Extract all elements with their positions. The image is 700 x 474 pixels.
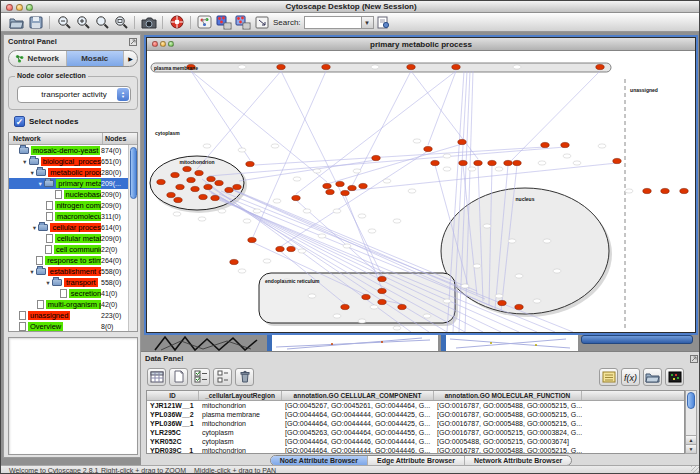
graph-node[interactable]: [362, 294, 370, 299]
graph-node[interactable]: [187, 177, 195, 182]
tab-network[interactable]: Network: [9, 51, 67, 66]
graph-edge[interactable]: [296, 71, 456, 194]
table-row[interactable]: YDR039C__1mitochondrion[GO:0044464, GO:0…: [147, 446, 684, 454]
graph-node[interactable]: [204, 184, 212, 189]
graph-node[interactable]: [225, 187, 233, 192]
tree-expander-icon[interactable]: ▼: [28, 170, 36, 176]
table-row[interactable]: YKR052Ccytoplasm[GO:0044464, GO:0044446,…: [147, 437, 684, 446]
graph-node[interactable]: [513, 160, 521, 165]
graph-node[interactable]: [488, 160, 496, 165]
graph-node[interactable]: [215, 180, 223, 185]
zoom-selected-icon[interactable]: [93, 14, 110, 30]
tree-expander-icon[interactable]: ▼: [30, 225, 38, 231]
graph-node[interactable]: [341, 190, 349, 195]
background-window-1[interactable]: [267, 334, 438, 351]
graph-node[interactable]: [431, 160, 439, 165]
graph-node[interactable]: [541, 142, 549, 147]
tree-scroll-thumb[interactable]: [130, 147, 137, 199]
graph-node[interactable]: [276, 246, 284, 251]
node-annotation-icon[interactable]: [215, 14, 232, 30]
col-go-cellular-component[interactable]: annotation.GO CELLULAR_COMPONENT: [282, 391, 434, 400]
graph-node[interactable]: [561, 142, 569, 147]
graph-node[interactable]: [341, 304, 349, 309]
background-window-2[interactable]: [441, 334, 578, 351]
graph-node[interactable]: [292, 195, 300, 200]
graph-node[interactable]: [322, 64, 330, 69]
tree-row-biological-process[interactable]: ▼biological_process651(0): [9, 156, 137, 167]
graph-node[interactable]: [211, 195, 219, 200]
tree-col-network[interactable]: Network: [9, 133, 103, 144]
graph-node[interactable]: [452, 64, 460, 69]
tree-row-nucleobase-[interactable]: nucleobase-209(0): [9, 189, 137, 200]
attribute-grid-icon[interactable]: [147, 368, 166, 386]
tab-edge-attribute-browser[interactable]: Edge Attribute Browser: [368, 456, 465, 465]
graph-node[interactable]: [498, 300, 506, 305]
graph-node[interactable]: [248, 237, 256, 242]
graph-node[interactable]: [359, 183, 367, 188]
graph-node[interactable]: [246, 161, 254, 166]
graph-edge[interactable]: [280, 151, 428, 247]
graph-node[interactable]: [233, 184, 241, 189]
tree-row-transport[interactable]: ▼transport558(0): [9, 277, 137, 288]
edge-annotation-icon[interactable]: [234, 14, 251, 30]
open-folder-icon[interactable]: [8, 14, 25, 30]
birds-eye-view[interactable]: [8, 337, 138, 455]
select-nodes-checkbox[interactable]: ✓: [14, 116, 25, 127]
tree-row-cellular-metabo[interactable]: cellular metabo209(0): [9, 233, 137, 244]
scroll-up-arrow[interactable]: ▲: [686, 435, 696, 444]
snapshot-icon[interactable]: [140, 14, 157, 30]
graph-node[interactable]: [183, 166, 191, 171]
graph-node[interactable]: [458, 139, 466, 144]
graph-node[interactable]: [336, 181, 344, 186]
tab-mosaic[interactable]: Mosaic: [67, 51, 125, 66]
attribute-list-icon[interactable]: [599, 368, 618, 386]
tree-row-multi-organism-pro[interactable]: multi-organism pro42(0): [9, 299, 137, 310]
graph-node[interactable]: [167, 192, 175, 197]
float-panel-icon[interactable]: [129, 37, 137, 50]
col-id[interactable]: ID: [147, 391, 199, 400]
tree-expander-icon[interactable]: ▼: [21, 159, 29, 165]
graph-node[interactable]: [157, 179, 165, 184]
table-row[interactable]: YPL036W__1mitochondrion[GO:0044464, GO:0…: [147, 419, 684, 428]
graph-node[interactable]: [326, 189, 334, 194]
graph-node[interactable]: [174, 197, 182, 202]
graph-node[interactable]: [277, 64, 285, 69]
graph-node[interactable]: [515, 304, 523, 309]
unselect-attributes-icon[interactable]: [213, 368, 232, 386]
col-cellular-layout-region[interactable]: _cellularLayoutRegion: [199, 391, 282, 400]
help-lifering-icon[interactable]: [168, 14, 185, 30]
network-canvas[interactable]: plasma membrane cytoplasm mitochondrion …: [147, 51, 695, 332]
tab-overflow-arrow[interactable]: ▶: [124, 51, 137, 66]
graph-node[interactable]: [199, 194, 207, 199]
col-go-molecular-function[interactable]: annotation.GO MOLECULAR_FUNCTION: [434, 391, 582, 400]
table-scrollbar[interactable]: ▲ ▼: [685, 390, 697, 454]
tree-row-nitrogen-compo[interactable]: nitrogen compo209(0): [9, 200, 137, 211]
graph-edge[interactable]: [327, 144, 462, 184]
graph-node[interactable]: [287, 246, 295, 251]
graph-node[interactable]: [661, 188, 669, 193]
graph-edge[interactable]: [253, 71, 326, 237]
tree-expander-icon[interactable]: ▼: [28, 269, 36, 275]
graph-node[interactable]: [398, 304, 406, 309]
tree-row-unassigned[interactable]: unassigned223(0): [9, 310, 137, 321]
tree-row-cell-communicat[interactable]: cell communicat22(0): [9, 244, 137, 255]
tree-expander-icon[interactable]: ▼: [36, 181, 44, 187]
save-icon[interactable]: [27, 14, 44, 30]
tab-network-attribute-browser[interactable]: Network Attribute Browser: [465, 456, 571, 465]
tree-row-response-to-stimulu[interactable]: response to stimulu264(0): [9, 255, 137, 266]
table-row[interactable]: YJR121W__1mitochondrion[GO:0045267, GO:0…: [147, 401, 684, 410]
tree-row-primary-metabo[interactable]: ▼primary metabo209(...: [9, 178, 137, 189]
zoom-fit-icon[interactable]: [112, 14, 129, 30]
select-attributes-icon[interactable]: [191, 368, 210, 386]
graph-node[interactable]: [459, 160, 467, 165]
background-window-3[interactable]: [581, 335, 693, 344]
graph-node[interactable]: [191, 186, 199, 191]
table-row[interactable]: YPL036W__2plasma membrane[GO:0044464, GO…: [147, 410, 684, 419]
graph-node[interactable]: [378, 299, 386, 304]
search-dropdown-arrow[interactable]: ▼: [362, 16, 374, 29]
graph-node[interactable]: [176, 184, 184, 189]
graph-node[interactable]: [378, 288, 386, 293]
graph-node[interactable]: [207, 176, 215, 181]
graph-node[interactable]: [407, 64, 415, 69]
tab-node-attribute-browser[interactable]: Node Attribute Browser: [271, 456, 368, 465]
